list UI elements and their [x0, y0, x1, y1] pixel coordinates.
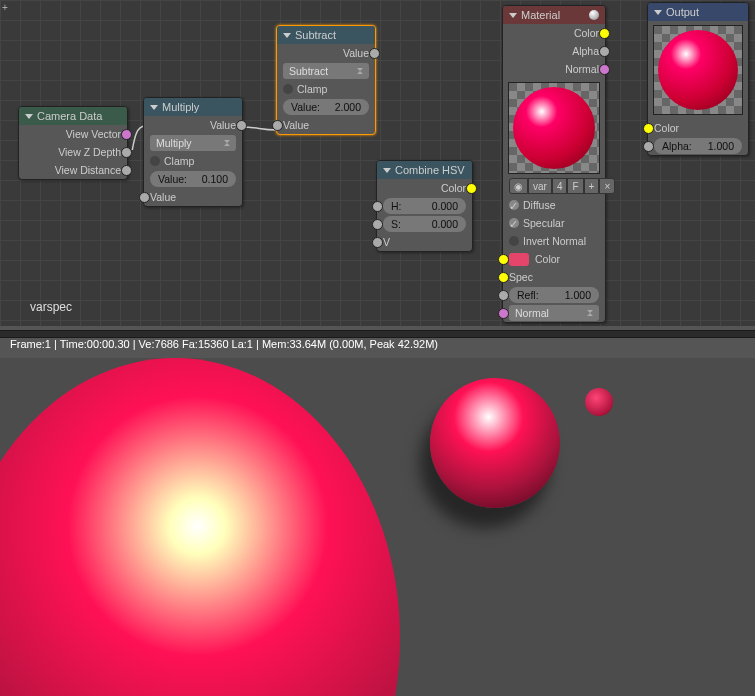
rendered-sphere-large [0, 358, 400, 696]
socket-color-in[interactable]: Color [648, 119, 748, 137]
socket-value-in[interactable]: Value [277, 116, 375, 134]
node-output[interactable]: Output Color Alpha:1.000 [647, 2, 749, 156]
node-header[interactable]: Camera Data [19, 107, 127, 125]
alpha-input[interactable]: Alpha:1.000 [654, 138, 742, 154]
h-input[interactable]: H:0.000 [383, 198, 466, 214]
node-subtract[interactable]: Subtract Value Subtract Clamp Value:2.00… [276, 25, 376, 135]
node-header[interactable]: Combine HSV [377, 161, 472, 179]
add-icon[interactable]: + [584, 178, 600, 194]
socket-value-out[interactable]: Value [144, 116, 242, 134]
plus-icon[interactable]: + [2, 2, 8, 13]
datablock-buttons[interactable]: ◉ var 4 F + × [509, 178, 599, 194]
node-header[interactable]: Multiply [144, 98, 242, 116]
sphere-icon [589, 10, 599, 20]
s-input[interactable]: S:0.000 [383, 216, 466, 232]
node-header[interactable]: Subtract [277, 26, 375, 44]
material-preview [508, 82, 600, 174]
node-header[interactable]: Output [648, 3, 748, 21]
socket-color-out[interactable]: Color [377, 179, 472, 197]
node-material[interactable]: Material Color Alpha Normal ◉ var 4 F + … [502, 5, 606, 323]
node-camera-data[interactable]: Camera Data View Vector View Z Depth Vie… [18, 106, 128, 180]
socket-color-out[interactable]: Color [503, 24, 605, 42]
diffuse-toggle[interactable]: ✓Diffuse [503, 196, 605, 214]
value-input[interactable]: Value:0.100 [150, 171, 236, 187]
socket-color-in[interactable]: Color [503, 250, 605, 268]
socket-spec-in[interactable]: Spec [503, 268, 605, 286]
area-splitter[interactable] [0, 330, 755, 338]
socket-alpha-out[interactable]: Alpha [503, 42, 605, 60]
socket-view-vector[interactable]: View Vector [19, 125, 127, 143]
socket-view-z-depth[interactable]: View Z Depth [19, 143, 127, 161]
operation-select[interactable]: Multiply [150, 135, 236, 151]
status-bar: Frame:1 | Time:00:00.30 | Ve:7686 Fa:153… [10, 338, 745, 350]
node-editor[interactable]: + Camera Data View Vector View Z Depth V… [0, 0, 755, 326]
socket-value-out[interactable]: Value [277, 44, 375, 62]
node-combine-hsv[interactable]: Combine HSV Color H:0.000 S:0.000 V [376, 160, 473, 252]
value-input[interactable]: Value:2.000 [283, 99, 369, 115]
output-preview [653, 25, 743, 115]
node-multiply[interactable]: Multiply Value Multiply Clamp Value:0.10… [143, 97, 243, 207]
rendered-sphere-medium [430, 378, 560, 508]
rendered-sphere-small [585, 388, 613, 416]
refl-input[interactable]: Refl:1.000 [509, 287, 599, 303]
socket-v-in[interactable]: V [377, 233, 472, 251]
invert-normal-toggle[interactable]: Invert Normal [503, 232, 605, 250]
color-swatch[interactable] [509, 253, 529, 266]
operation-select[interactable]: Subtract [283, 63, 369, 79]
node-tree-name: varspec [30, 300, 72, 314]
close-icon[interactable]: × [599, 178, 615, 194]
material-icon[interactable]: ◉ [509, 178, 528, 194]
specular-toggle[interactable]: ✓Specular [503, 214, 605, 232]
socket-value-in[interactable]: Value [144, 188, 242, 206]
socket-view-distance[interactable]: View Distance [19, 161, 127, 179]
normal-select[interactable]: Normal [509, 305, 599, 321]
node-header[interactable]: Material [503, 6, 605, 24]
clamp-toggle[interactable]: Clamp [144, 152, 242, 170]
clamp-toggle[interactable]: Clamp [277, 80, 375, 98]
render-view[interactable] [0, 358, 755, 696]
socket-normal-out[interactable]: Normal [503, 60, 605, 78]
